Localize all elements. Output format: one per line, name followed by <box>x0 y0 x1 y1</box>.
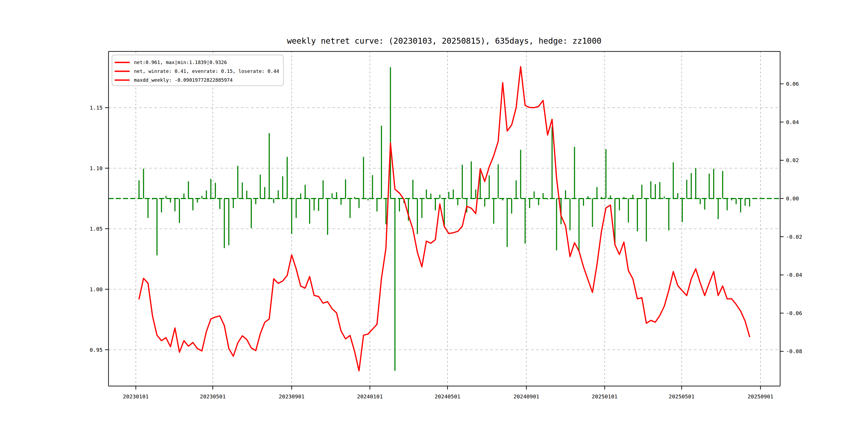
y-tick-label: -0.02 <box>786 234 802 240</box>
y-tick-label: 1.15 <box>90 104 103 111</box>
x-tick-label: 20230501 <box>200 393 225 400</box>
x-tick-label: 20250501 <box>669 393 694 400</box>
y-tick-label: 0.95 <box>90 347 103 353</box>
y-tick-label: -0.04 <box>786 272 802 278</box>
x-tick-label: 20250101 <box>592 393 618 400</box>
y-tick-label: 1.10 <box>90 165 103 172</box>
weekly-return-bars <box>139 67 750 371</box>
x-tick-label: 20240501 <box>435 393 460 400</box>
y-tick-label: 1.00 <box>90 286 103 292</box>
plot-area: 2023010120230501202309012024010120240501… <box>90 52 802 400</box>
y-tick-label: 0.06 <box>786 81 799 87</box>
y-tick-label: -0.08 <box>786 348 802 354</box>
legend-label: net, winrate: 0.41, evenrate: 0.15, lose… <box>134 68 279 74</box>
x-tick-label: 20230901 <box>279 393 305 400</box>
y-tick-label: -0.06 <box>786 310 802 316</box>
chart-title: weekly netret curve: (20230103, 20250815… <box>287 36 601 45</box>
y-tick-label: 0.04 <box>786 119 799 125</box>
x-tick-label: 20230101 <box>123 393 149 400</box>
netret-chart: 2023010120230501202309012024010120240501… <box>0 0 868 434</box>
right-axis: 0.060.040.020.00-0.02-0.04-0.06-0.08 <box>780 81 802 355</box>
legend-item-winrate: net, winrate: 0.41, evenrate: 0.15, lose… <box>115 68 279 74</box>
legend-label: maxdd_weekly: -0.09019772822885974 <box>134 77 232 83</box>
legend-label: net:0.961, max|min:1.1839|0.9326 <box>134 60 227 65</box>
figure: 2023010120230501202309012024010120240501… <box>0 0 868 434</box>
y-tick-label: 0.00 <box>786 195 799 202</box>
legend: net:0.961, max|min:1.1839|0.9326 net, wi… <box>112 55 283 86</box>
y-tick-label: 1.05 <box>90 225 103 232</box>
x-tick-label: 20250901 <box>748 393 773 400</box>
x-tick-label: 20240101 <box>357 393 383 400</box>
left-axis: 0.951.001.051.101.15 <box>90 104 108 353</box>
y-tick-label: 0.02 <box>786 157 799 163</box>
x-axis: 2023010120230501202309012024010120240501… <box>123 386 773 400</box>
x-tick-label: 20240901 <box>514 393 539 400</box>
